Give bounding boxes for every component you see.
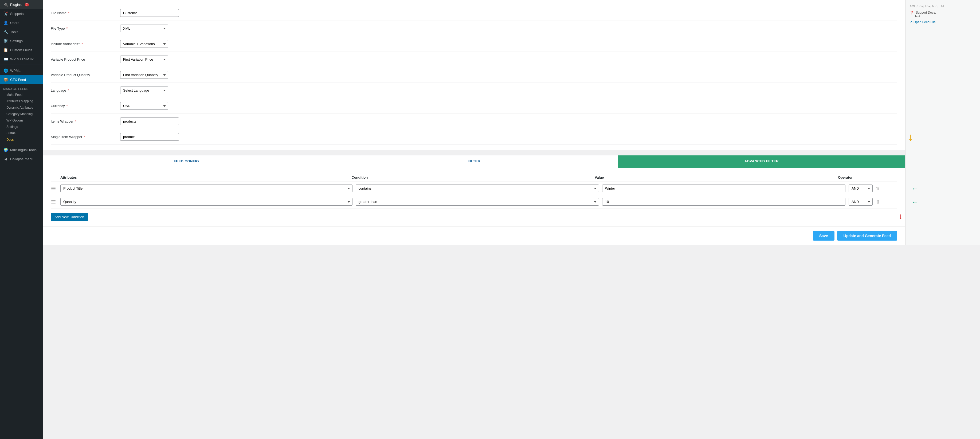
bottom-bar: ↓ Save Update and Generate Feed [43,226,905,245]
snippets-icon: ✂️ [3,11,8,16]
single-item-wrapper-input[interactable] [120,133,179,141]
actions-col-2: 🗑 ← [876,199,897,204]
sidebar-item-snippets[interactable]: ✂️ Snippets [0,9,43,18]
condition-select-2[interactable]: contains does not contain equals not equ… [356,198,599,205]
file-name-input[interactable] [120,9,179,17]
drag-lines-1 [51,186,57,191]
currency-control: USD EUR GBP [120,102,897,110]
sidebar-sub-wp-options[interactable]: WP Options [0,117,43,124]
language-select[interactable]: Select Language English French German [120,86,168,94]
sidebar-item-plugins[interactable]: 🔌 Plugins 7 [0,0,43,9]
file-type-select[interactable]: XML CSV TSV XLS TXT [120,25,168,32]
file-name-label: File Name * [51,11,120,15]
sidebar-sub-status[interactable]: Status [0,130,43,137]
table-row: Product Title Product ID SKU Quantity Pr… [51,182,897,195]
sidebar-item-wp-mail-smtp[interactable]: ✉️ WP Mail SMTP [0,54,43,64]
sidebar: 🔌 Plugins 7 ✂️ Snippets 👤 Users 🔧 Tools … [0,0,43,439]
condition-header: Condition [352,175,592,180]
currency-select[interactable]: USD EUR GBP [120,102,168,110]
save-button[interactable]: Save [813,231,834,240]
attribute-select-1[interactable]: Product Title Product ID SKU Quantity Pr… [60,185,353,192]
feed-config-form: File Name * File Type * [43,0,905,150]
items-wrapper-label: Items Wrapper * [51,119,120,123]
operator-col-1: AND OR [849,185,873,192]
variable-product-price-select[interactable]: First Variation Price Min Price Max Pric… [120,56,168,63]
table-row: Product Title Product ID SKU Quantity Pr… [51,195,897,208]
sidebar-divider-1 [0,65,43,65]
operator-select-2[interactable]: AND OR [849,198,873,205]
value-col-2 [602,198,845,205]
language-control: Select Language English French German [120,86,897,94]
sidebar-item-settings[interactable]: ⚙️ Settings [0,36,43,45]
file-type-row: File Type * XML CSV TSV XLS TXT [51,21,897,36]
ctx-feed-icon: 📦 [3,77,8,82]
teal-arrow-2: ← [912,197,919,206]
single-item-wrapper-row: Single Item Wrapper * ↓ [51,129,897,145]
side-panel: XML, CSV, TSV, XLS, TXT ❓ Support Docs: … [905,0,980,245]
tab-advanced-filter[interactable]: ADVANCED FILTER [618,156,905,168]
variable-product-quantity-select[interactable]: First Variation Quantity Total Quantity [120,71,168,79]
operator-select-1[interactable]: AND OR [849,185,873,192]
support-docs-row: ❓ Support Docs: N/A [910,11,976,18]
tab-feed-config[interactable]: FEED CONFIG [43,156,330,168]
value-input-1[interactable] [602,185,845,192]
items-wrapper-input[interactable] [120,118,179,125]
attributes-header: Attributes [60,175,348,180]
actions-col-1: 🗑 ← [876,186,897,191]
sidebar-sub-dynamic-attributes[interactable]: Dynamic Attributes [0,104,43,111]
main-content: File Name * File Type * [43,0,980,439]
external-link-icon: ↗ [910,20,912,24]
attribute-select-2[interactable]: Product Title Product ID SKU Quantity Pr… [60,198,353,205]
sidebar-item-wpml[interactable]: 🌐 WPML [0,66,43,75]
value-header: Value [595,175,835,180]
items-wrapper-row: Items Wrapper * [51,114,897,129]
value-input-2[interactable] [602,198,845,205]
multilingual-icon: 🌍 [3,147,8,152]
drag-handle-1[interactable] [51,186,57,191]
variable-product-quantity-row: Variable Product Quantity First Variatio… [51,67,897,83]
collapse-icon: ◀ [3,156,8,161]
sidebar-item-tools[interactable]: 🔧 Tools [0,27,43,36]
generate-feed-button[interactable]: Update and Generate Feed [837,231,897,240]
condition-select-1[interactable]: contains does not contain equals not equ… [356,185,599,192]
sidebar-item-ctx-feed[interactable]: 📦 CTX Feed [0,75,43,84]
support-docs-label: ❓ Support Docs: [910,11,936,14]
teal-arrow-1: ← [912,184,919,192]
include-variations-label: Include Variations? * [51,42,120,46]
sidebar-item-multilingual-tools[interactable]: 🌍 Multilingual Tools [0,145,43,154]
currency-row: Currency * USD EUR GBP [51,98,897,114]
drag-handle-2[interactable] [51,200,57,204]
sidebar-item-collapse-menu[interactable]: ◀ Collapse menu [0,154,43,164]
sidebar-item-users[interactable]: 👤 Users [0,18,43,27]
include-variations-control: Variable + Variations Variable Only Vari… [120,40,897,48]
include-variations-select[interactable]: Variable + Variations Variable Only Vari… [120,40,168,48]
users-icon: 👤 [3,20,8,25]
add-condition-button[interactable]: Add New Condition [51,213,88,221]
variable-product-price-label: Variable Product Price [51,57,120,61]
sidebar-item-custom-fields[interactable]: 📋 Custom Fields [0,45,43,54]
sidebar-sub-settings[interactable]: Settings [0,124,43,130]
custom-fields-icon: 📋 [3,48,8,52]
value-col-1 [602,185,845,192]
operator-header: Operator [838,175,862,180]
filter-section: Attributes Condition Value Operator [43,168,905,226]
attribute-col-2: Product Title Product ID SKU Quantity Pr… [60,198,353,205]
sidebar-divider-2 [0,144,43,144]
delete-button-1[interactable]: 🗑 [876,186,880,191]
language-row: Language * Select Language English Frenc… [51,83,897,98]
tabs-bar: FEED CONFIG FILTER ADVANCED FILTER [43,156,905,168]
file-name-control [120,9,897,17]
tab-filter[interactable]: FILTER [330,156,618,168]
delete-button-2[interactable]: 🗑 [876,199,880,204]
items-wrapper-control [120,118,897,125]
sidebar-sub-docs[interactable]: Docs [0,137,43,143]
manage-feeds-section: Manage Feeds [0,84,43,92]
open-feed-file-link[interactable]: ↗ Open Feed File [910,20,976,24]
sidebar-sub-attributes-mapping[interactable]: Attributes Mapping [0,98,43,104]
formats-label: XML, CSV, TSV, XLS, TXT [910,4,976,8]
support-docs-value: N/A [915,14,976,18]
wp-mail-smtp-icon: ✉️ [3,57,8,61]
drag-lines-2 [51,200,57,204]
sidebar-sub-category-mapping[interactable]: Category Mapping [0,111,43,117]
sidebar-sub-make-feed[interactable]: Make Feed [0,92,43,98]
